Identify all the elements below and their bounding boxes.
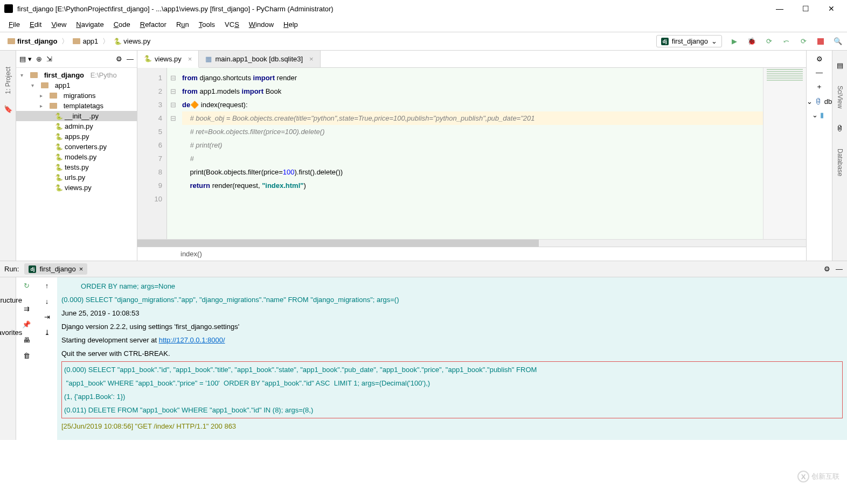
scroll-end-icon[interactable]: ⤓ [44,328,50,337]
rerun-icon[interactable]: ↻ [24,282,30,290]
menu-help[interactable]: Help [279,18,302,31]
gear-icon[interactable]: ⚙ [816,55,823,63]
project-panel: ▤ ▾ ⊕ ⇲ ⚙ — ▾ first_django E:\Pytho ▾ ap… [16,51,137,261]
project-view-selector[interactable]: ▤ ▾ [19,55,32,63]
breadcrumb-folder[interactable]: app1 [70,36,101,46]
menu-file[interactable]: File [4,18,24,31]
tree-file[interactable]: urls.py [16,172,137,183]
tree-root[interactable]: ▾ first_django E:\Pytho [16,70,137,80]
tree-folder-templatetags[interactable]: ▸ templatetags [16,101,137,111]
gear-icon[interactable]: ⚙ [824,265,830,273]
scroll-icon[interactable]: ⇲ [46,55,52,63]
profile-icon[interactable]: ⤺ [781,37,791,46]
pin-icon[interactable]: 📌 [22,320,31,328]
hide-icon[interactable]: — [127,55,134,63]
menu-vcs[interactable]: VCS [220,18,244,31]
layout-icon[interactable]: ▤ [837,61,843,69]
debug-icon[interactable]: 🐞 [747,37,756,46]
table-icon: ▦ [205,55,212,63]
hide-icon[interactable]: — [836,265,843,273]
close-tab-icon[interactable]: × [309,55,314,63]
chevron-down-icon[interactable]: ⌄ ▮ [812,111,824,119]
tree-file[interactable]: views.py [16,183,137,193]
database-icon: 🛢 [815,97,822,106]
horizontal-scrollbar[interactable] [137,239,806,247]
run-tools-secondary: ↑ ↓ ⇥ ⤓ [37,277,57,440]
tree-folder-migrations[interactable]: ▸ migrations [16,90,137,101]
python-icon [144,55,151,62]
line-gutter[interactable]: 12345678910 [137,68,167,239]
left-toolwindow-bar-lower: 7: Structure 2: Favorites [0,277,16,440]
close-tab-icon[interactable]: × [79,265,84,273]
gear-icon[interactable]: ⚙ [116,55,122,63]
server-link[interactable]: http://127.0.0.1:8000/ [159,336,225,344]
fold-column[interactable]: ⊟⊟⊟⊟ [167,68,179,239]
tree-file[interactable]: converters.py [16,142,137,152]
database-sidebar: ⚙ — ＋ ⌄🛢db ⌄ ▮ [806,51,832,261]
tree-file[interactable]: __init__.py [16,111,137,121]
window-title: first_django [E:\PythonProject\first_dja… [17,5,772,13]
close-tab-icon[interactable]: × [188,55,192,63]
run-config-selector[interactable]: dj first_django ⌄ [656,35,722,47]
run-tab[interactable]: djfirst_django× [24,263,87,275]
print-icon[interactable]: 🖶 [23,336,30,344]
breadcrumb-file[interactable]: views.py [110,36,154,46]
code-breadcrumb[interactable]: index() [137,247,806,261]
tree-file[interactable]: admin.py [16,121,137,131]
stop-icon[interactable] [816,37,825,46]
titlebar: first_django [E:\PythonProject\first_dja… [0,0,847,17]
menu-code[interactable]: Code [109,18,135,31]
bookmark-icon[interactable]: 🔖 [4,105,12,113]
layout-icon[interactable]: ⇉ [24,305,30,313]
editor-tabs: views.py× ▦main.app1_book [db.sqlite3]× [137,51,806,68]
database-tab[interactable]: Database [836,149,844,176]
sciview-tab[interactable]: SciView [836,86,844,108]
menu-tools[interactable]: Tools [195,18,219,31]
search-icon[interactable]: 🔍 [833,37,843,46]
menu-navigate[interactable]: Navigate [72,18,108,31]
add-icon[interactable]: ＋ [816,82,823,92]
breadcrumb-sep: 〉 [61,37,68,46]
project-toolwindow-tab[interactable]: 1: Project [4,67,12,94]
tab-db-table[interactable]: ▦main.app1_book [db.sqlite3]× [199,51,320,67]
tab-views[interactable]: views.py× [137,51,199,68]
code-editor[interactable]: from django.shortcuts import renderfrom … [179,68,763,239]
console-output[interactable]: ORDER BY name; args=None(0.000) SELECT "… [57,277,847,440]
watermark: X 创新互联 [797,471,839,482]
hide-icon[interactable]: — [816,68,823,76]
chevron-down-icon: ⌄ [807,97,813,106]
menu-refactor[interactable]: Refactor [136,18,171,31]
menu-run[interactable]: Run [172,18,193,31]
down-icon[interactable]: ↓ [45,297,49,305]
navbar: first_django 〉 app1 〉 views.py dj first_… [0,32,847,51]
run-icon[interactable]: ▶ [730,37,739,46]
minimize-icon[interactable]: — [772,4,788,13]
wrap-icon[interactable]: ⇥ [44,313,50,321]
db-node[interactable]: ⌄🛢db [807,97,832,106]
trash-icon[interactable]: 🗑 [23,352,30,360]
tree-folder-app1[interactable]: ▾ app1 [16,80,137,90]
app-icon [4,4,13,13]
watermark-icon: X [797,471,809,482]
minimap[interactable] [763,68,806,239]
menu-window[interactable]: Window [245,18,278,31]
concurrency-icon[interactable]: ⟳ [799,37,808,46]
menu-edit[interactable]: Edit [25,18,46,31]
menu-view[interactable]: View [47,18,71,31]
tree-file[interactable]: apps.py [16,131,137,142]
db-gutter-icon[interactable]: 🛢 [836,124,843,132]
run-label: Run: [4,265,19,273]
editor-area: views.py× ▦main.app1_book [db.sqlite3]× … [137,51,806,261]
tree-file[interactable]: models.py [16,152,137,162]
tree-file[interactable]: tests.py [16,162,137,172]
locate-icon[interactable]: ⊕ [36,55,42,63]
coverage-icon[interactable]: ⟳ [764,37,774,46]
django-icon: dj [29,265,36,273]
scrollbar-thumb[interactable] [137,240,539,247]
close-icon[interactable]: ✕ [823,4,839,13]
project-tree[interactable]: ▾ first_django E:\Pytho ▾ app1 ▸ migrati… [16,68,137,261]
maximize-icon[interactable]: ☐ [797,4,814,13]
breadcrumb-root[interactable]: first_django [4,36,60,46]
menubar: File Edit View Navigate Code Refactor Ru… [0,17,847,32]
up-icon[interactable]: ↑ [45,282,49,290]
